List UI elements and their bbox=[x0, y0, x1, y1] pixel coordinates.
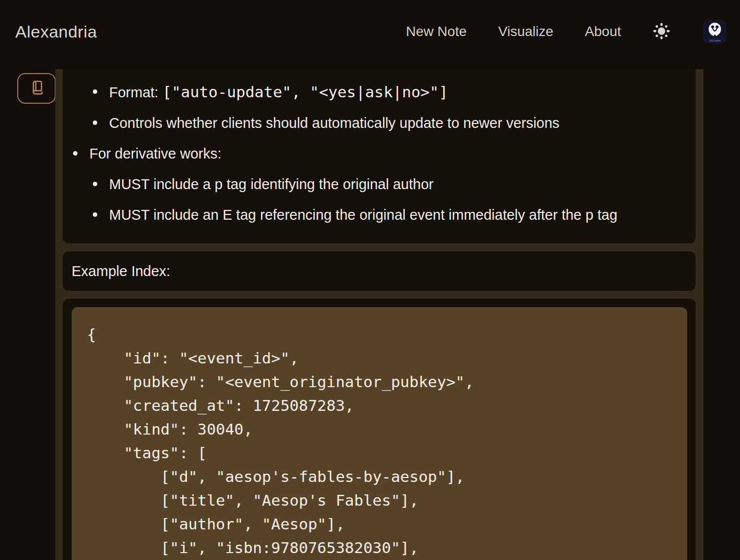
code-card: { "id": "<event_id>", "pubkey": "<event_… bbox=[63, 299, 696, 560]
list-item-text: Format: ["auto-update", "<yes|ask|no>"] bbox=[109, 83, 448, 101]
content-cards: Format: ["auto-update", "<yes|ask|no>"]C… bbox=[63, 69, 696, 560]
bullet-dot bbox=[93, 212, 97, 217]
sidebar-toggle-button[interactable] bbox=[17, 73, 56, 104]
code-line: { bbox=[87, 322, 675, 346]
code-line: "created_at": 1725087283, bbox=[87, 394, 675, 417]
bullet-card: Format: ["auto-update", "<yes|ask|no>"]C… bbox=[63, 69, 696, 243]
code-line: ["i", "isbn:9780765382030"], bbox=[87, 536, 675, 560]
list-item-text: Controls whether clients should automati… bbox=[109, 114, 559, 132]
code-line: ["d", "aesop's-fables-by-aesop"], bbox=[87, 465, 675, 488]
bullet-dot bbox=[93, 120, 97, 125]
nav-item-new-note[interactable]: New Note bbox=[406, 24, 467, 40]
example-index-card: Example Index: bbox=[63, 251, 696, 291]
brand-title: Alexandria bbox=[15, 22, 97, 41]
code-line: "id": "<event_id>", bbox=[87, 346, 675, 370]
bullet-dot bbox=[73, 151, 78, 156]
list-item: MUST include an E tag referencing the or… bbox=[63, 206, 681, 224]
list-item: Controls whether clients should automati… bbox=[63, 114, 681, 132]
avatar[interactable]: GitCitadel bbox=[703, 20, 727, 43]
nav-item-visualize[interactable]: Visualize bbox=[498, 24, 553, 40]
nav-item-about[interactable]: About bbox=[585, 24, 621, 40]
list-item: For derivative works: bbox=[63, 145, 681, 162]
code-block: { "id": "<event_id>", "pubkey": "<event_… bbox=[72, 307, 687, 560]
code-line: "tags": [ bbox=[87, 441, 675, 465]
list-item-text: For derivative works: bbox=[89, 145, 222, 162]
sun-icon bbox=[653, 22, 670, 41]
book-icon bbox=[27, 79, 46, 99]
list-item-text: MUST include a p tag identifying the ori… bbox=[109, 175, 433, 193]
avatar-label: GitCitadel bbox=[709, 39, 721, 42]
code-line: ["title", "Aesop's Fables"], bbox=[87, 488, 675, 512]
code-line: "kind": 30040, bbox=[87, 417, 675, 441]
code-line: ["author", "Aesop"], bbox=[87, 512, 675, 536]
main-nav: New Note Visualize About bbox=[406, 24, 621, 40]
code-line: "pubkey": "<event_originator_pubkey>", bbox=[87, 370, 675, 394]
example-index-label: Example Index: bbox=[72, 263, 170, 280]
bullet-dot bbox=[93, 89, 97, 94]
list-item-text: MUST include an E tag referencing the or… bbox=[109, 206, 618, 224]
main-content[interactable]: Format: ["auto-update", "<yes|ask|no>"]C… bbox=[55, 69, 703, 560]
header: Alexandria New Note Visualize About bbox=[0, 0, 740, 63]
theme-toggle-button[interactable] bbox=[652, 22, 671, 41]
list-item: Format: ["auto-update", "<yes|ask|no>"] bbox=[63, 83, 681, 101]
list-item: MUST include a p tag identifying the ori… bbox=[63, 175, 681, 193]
bullet-dot bbox=[93, 182, 97, 186]
bullet-list: Format: ["auto-update", "<yes|ask|no>"]C… bbox=[63, 83, 681, 224]
